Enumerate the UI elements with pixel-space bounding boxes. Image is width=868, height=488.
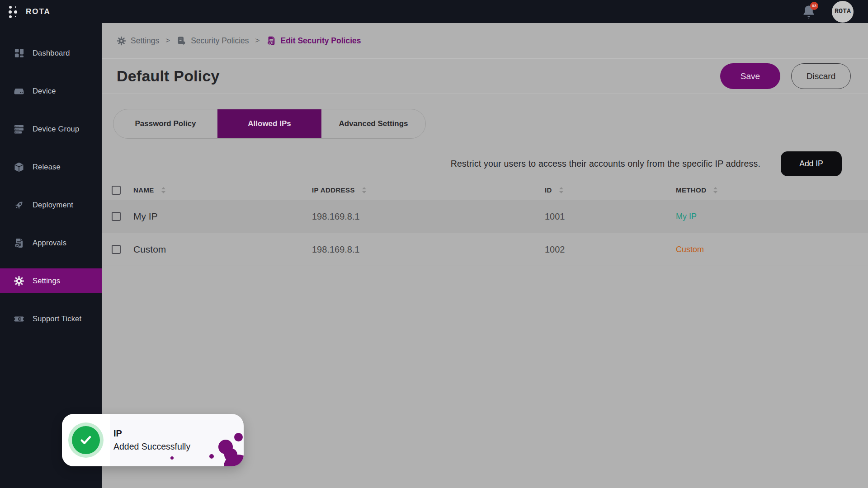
app-name: ROTA xyxy=(26,7,51,16)
release-cube-icon xyxy=(14,162,24,173)
tab-advanced-settings[interactable]: Advanced Settings xyxy=(321,109,425,138)
top-bar: ROTA 03 ROTA xyxy=(0,0,868,23)
cell-name: Custom xyxy=(133,244,312,255)
table-header: NAME IP ADDRESS ID METHOD xyxy=(102,180,868,200)
gear-icon xyxy=(117,36,126,46)
page-title: Default Policy xyxy=(117,67,220,85)
breadcrumb-security-policies[interactable]: Security Policies xyxy=(176,36,249,46)
allowed-ips-table: NAME IP ADDRESS ID METHOD My IP 198. xyxy=(102,180,868,266)
sidebar-item-label: Support Ticket xyxy=(33,314,81,323)
table-row[interactable]: My IP 198.169.8.1 1001 My IP xyxy=(102,200,868,233)
discard-button[interactable]: Discard xyxy=(791,63,851,89)
breadcrumb: Settings > Security Policies > Edit Secu… xyxy=(102,23,868,59)
row-checkbox[interactable] xyxy=(112,245,121,254)
security-policy-icon xyxy=(176,36,186,46)
sort-icon[interactable] xyxy=(160,187,166,194)
tab-allowed-ips[interactable]: Allowed IPs xyxy=(217,109,321,138)
rocket-icon xyxy=(14,200,24,211)
sidebar-item-release[interactable]: Release xyxy=(0,155,102,179)
sort-icon[interactable] xyxy=(558,187,564,194)
gear-icon xyxy=(14,276,24,286)
sidebar-item-approvals[interactable]: Approvals xyxy=(0,230,102,255)
sidebar-item-device[interactable]: Device xyxy=(0,79,102,103)
cell-name: My IP xyxy=(133,211,312,222)
breadcrumb-label: Security Policies xyxy=(191,36,249,46)
sidebar-item-label: Device xyxy=(33,87,56,95)
sidebar-item-settings[interactable]: Settings xyxy=(0,268,102,293)
cell-id: 1002 xyxy=(545,244,676,255)
sort-icon[interactable] xyxy=(712,187,718,194)
device-icon xyxy=(14,86,24,97)
cell-ip-address: 198.169.8.1 xyxy=(312,211,545,222)
row-checkbox[interactable] xyxy=(112,212,121,221)
cell-method: My IP xyxy=(676,212,868,221)
table-row[interactable]: Custom 198.169.8.1 1002 Custom xyxy=(102,233,868,266)
sidebar-item-support-ticket[interactable]: Support Ticket xyxy=(0,306,102,331)
success-toast: IP Added Successfully xyxy=(62,414,244,466)
support-ticket-icon xyxy=(14,314,24,324)
sidebar-item-device-group[interactable]: Device Group xyxy=(0,117,102,141)
breadcrumb-edit-security-policies[interactable]: Edit Security Policies xyxy=(266,36,361,46)
sidebar-item-label: Settings xyxy=(33,277,60,285)
toast-title: IP xyxy=(113,428,190,439)
column-header-name: NAME xyxy=(133,186,154,194)
avatar[interactable]: ROTA xyxy=(832,1,854,23)
page-header: Default Policy Save Discard xyxy=(102,59,868,94)
policy-tabs: Password Policy Allowed IPs Advanced Set… xyxy=(113,109,426,139)
logo-dots-icon xyxy=(8,5,20,19)
column-header-method: METHOD xyxy=(676,186,706,194)
edit-policy-icon xyxy=(266,36,276,46)
select-all-checkbox[interactable] xyxy=(112,186,121,195)
cell-ip-address: 198.169.8.1 xyxy=(312,244,545,255)
cell-id: 1001 xyxy=(545,211,676,222)
notification-badge: 03 xyxy=(810,2,818,10)
restrict-description: Restrict your users to access their acco… xyxy=(451,159,760,169)
column-header-ip: IP ADDRESS xyxy=(312,186,355,194)
approvals-icon xyxy=(14,238,24,249)
toast-message: Added Successfully xyxy=(113,441,190,452)
success-check-icon xyxy=(68,422,104,458)
sidebar-item-label: Device Group xyxy=(33,125,79,133)
sidebar-item-label: Approvals xyxy=(33,239,66,247)
allowed-ips-toolbar: Restrict your users to access their acco… xyxy=(102,151,868,176)
toast-icon-area xyxy=(62,414,110,466)
tab-password-policy[interactable]: Password Policy xyxy=(113,109,217,138)
breadcrumb-separator: > xyxy=(255,36,260,45)
sort-icon[interactable] xyxy=(361,187,367,194)
dashboard-icon xyxy=(14,48,24,59)
breadcrumb-separator: > xyxy=(165,36,170,45)
breadcrumb-label: Edit Security Policies xyxy=(281,36,361,46)
app-logo[interactable]: ROTA xyxy=(0,5,51,19)
breadcrumb-settings[interactable]: Settings xyxy=(117,36,159,46)
add-ip-button[interactable]: Add IP xyxy=(781,151,842,176)
sidebar-item-label: Dashboard xyxy=(33,49,70,57)
column-header-id: ID xyxy=(545,186,552,194)
sidebar-item-deployment[interactable]: Deployment xyxy=(0,192,102,217)
save-button[interactable]: Save xyxy=(720,63,780,89)
device-group-icon xyxy=(14,124,24,135)
cell-method: Custom xyxy=(676,245,868,254)
sidebar-item-label: Deployment xyxy=(33,201,73,209)
breadcrumb-label: Settings xyxy=(131,36,159,46)
sidebar-item-label: Release xyxy=(33,163,61,171)
sidebar-item-dashboard[interactable]: Dashboard xyxy=(0,41,102,66)
notifications-button[interactable]: 03 xyxy=(801,4,816,20)
